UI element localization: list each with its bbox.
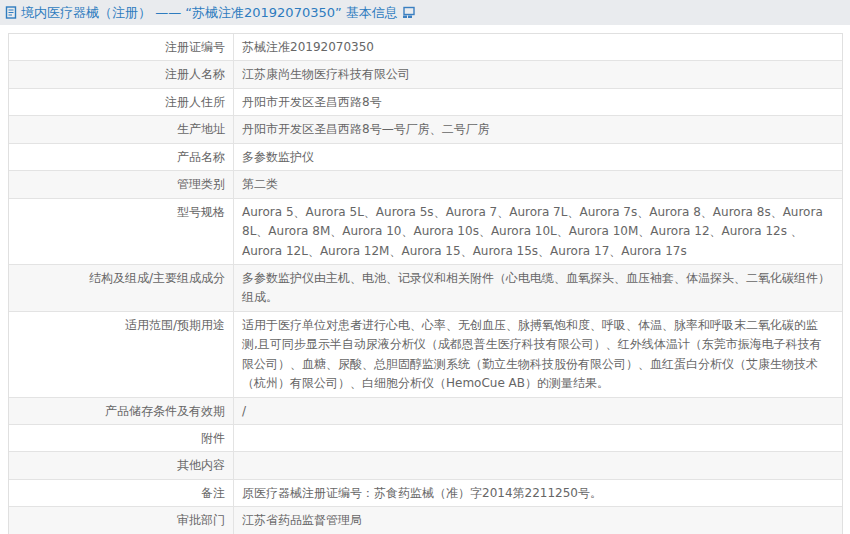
row-value: 多参数监护仪 bbox=[234, 144, 842, 170]
table-row: 注册证编号 苏械注准20192070350 bbox=[9, 34, 842, 61]
table-row: 结构及组成/主要组成成分 多参数监护仪由主机、电池、记录仪和相关附件（心电电缆、… bbox=[9, 265, 842, 312]
row-value: 多参数监护仪由主机、电池、记录仪和相关附件（心电电缆、血氧探头、血压袖套、体温探… bbox=[234, 265, 842, 311]
table-row: 适用范围/预期用途 适用于医疗单位对患者进行心电、心率、无创血压、脉搏氧饱和度、… bbox=[9, 312, 842, 398]
document-icon bbox=[5, 6, 17, 19]
row-label: 生产地址 bbox=[9, 116, 234, 142]
row-label: 备注 bbox=[9, 480, 234, 506]
row-value: 丹阳市开发区圣昌西路8号 bbox=[234, 89, 842, 115]
table-row: 注册人住所 丹阳市开发区圣昌西路8号 bbox=[9, 89, 842, 116]
row-value bbox=[234, 425, 842, 451]
row-value: 丹阳市开发区圣昌西路8号—号厂房、二号厂房 bbox=[234, 116, 842, 142]
table-row: 审批部门 江苏省药品监督管理局 bbox=[9, 507, 842, 534]
table-row: 产品名称 多参数监护仪 bbox=[9, 144, 842, 171]
table-row: 其他内容 bbox=[9, 452, 842, 479]
row-label: 注册人名称 bbox=[9, 61, 234, 87]
row-value: 原医疗器械注册证编号：苏食药监械（准）字2014第2211250号。 bbox=[234, 480, 842, 506]
device-icon bbox=[402, 6, 416, 19]
row-value: 江苏康尚生物医疗科技有限公司 bbox=[234, 61, 842, 87]
page-title: 境内医疗器械（注册） —— “苏械注准20192070350” 基本信息 bbox=[21, 4, 398, 22]
row-label: 产品名称 bbox=[9, 144, 234, 170]
row-label: 附件 bbox=[9, 425, 234, 451]
row-label: 管理类别 bbox=[9, 171, 234, 197]
row-label: 型号规格 bbox=[9, 199, 234, 264]
row-label: 产品储存条件及有效期 bbox=[9, 398, 234, 424]
table-row: 生产地址 丹阳市开发区圣昌西路8号—号厂房、二号厂房 bbox=[9, 116, 842, 143]
row-value bbox=[234, 452, 842, 478]
row-value: 适用于医疗单位对患者进行心电、心率、无创血压、脉搏氧饱和度、呼吸、体温、脉率和呼… bbox=[234, 312, 842, 397]
table-row: 产品储存条件及有效期 / bbox=[9, 398, 842, 425]
table-row: 备注 原医疗器械注册证编号：苏食药监械（准）字2014第2211250号。 bbox=[9, 480, 842, 507]
row-value: 江苏省药品监督管理局 bbox=[234, 507, 842, 533]
row-value: 苏械注准20192070350 bbox=[234, 34, 842, 60]
registration-info-table: 注册证编号 苏械注准20192070350 注册人名称 江苏康尚生物医疗科技有限… bbox=[8, 33, 843, 534]
row-value: Aurora 5、Aurora 5L、Aurora 5s、Aurora 7、Au… bbox=[234, 199, 842, 264]
table-row: 管理类别 第二类 bbox=[9, 171, 842, 198]
row-label: 其他内容 bbox=[9, 452, 234, 478]
table-row: 型号规格 Aurora 5、Aurora 5L、Aurora 5s、Aurora… bbox=[9, 199, 842, 265]
row-value: 第二类 bbox=[234, 171, 842, 197]
row-value: / bbox=[234, 398, 842, 424]
row-label: 适用范围/预期用途 bbox=[9, 312, 234, 397]
page-header: 境内医疗器械（注册） —— “苏械注准20192070350” 基本信息 bbox=[0, 0, 850, 25]
table-row: 附件 bbox=[9, 425, 842, 452]
row-label: 注册人住所 bbox=[9, 89, 234, 115]
row-label: 注册证编号 bbox=[9, 34, 234, 60]
row-label: 结构及组成/主要组成成分 bbox=[9, 265, 234, 311]
table-row: 注册人名称 江苏康尚生物医疗科技有限公司 bbox=[9, 61, 842, 88]
row-label: 审批部门 bbox=[9, 507, 234, 533]
